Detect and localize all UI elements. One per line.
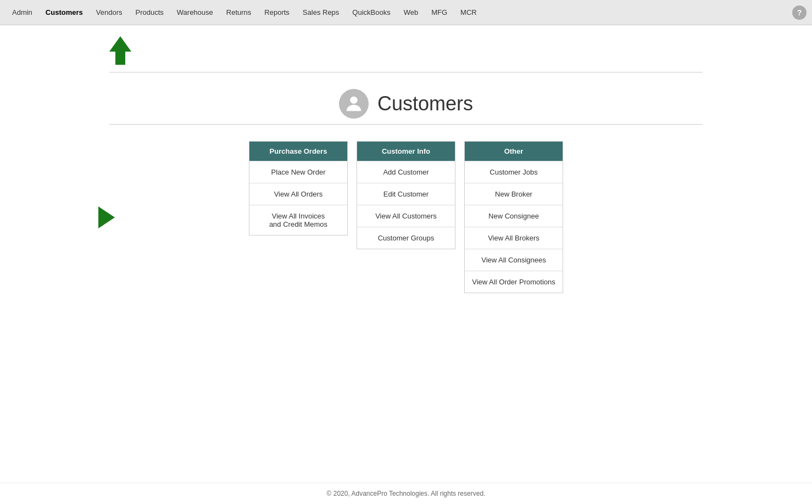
nav-item-quickbooks[interactable]: QuickBooks xyxy=(346,0,397,25)
footer: © 2020, AdvancePro Technologies. All rig… xyxy=(0,483,812,504)
customer-jobs-item[interactable]: Customer Jobs xyxy=(465,161,563,183)
customer-info-column: Customer Info Add Customer Edit Customer… xyxy=(357,141,455,249)
nav-item-warehouse[interactable]: Warehouse xyxy=(170,0,220,25)
view-all-invoices-item[interactable]: View All Invoicesand Credit Memos xyxy=(249,205,347,235)
new-consignee-item[interactable]: New Consignee xyxy=(465,205,563,227)
customer-info-header: Customer Info xyxy=(357,142,455,161)
nav-item-products[interactable]: Products xyxy=(129,0,170,25)
top-divider xyxy=(109,72,703,72)
view-all-customers-item[interactable]: View All Customers xyxy=(357,205,455,227)
nav-item-customers[interactable]: Customers xyxy=(39,0,90,25)
new-broker-item[interactable]: New Broker xyxy=(465,183,563,205)
other-header: Other xyxy=(465,142,563,161)
view-all-brokers-item[interactable]: View All Brokers xyxy=(465,227,563,249)
customers-icon xyxy=(339,89,369,119)
up-arrow-icon xyxy=(109,36,131,65)
right-arrow-icon xyxy=(98,206,115,228)
page-header: Customers xyxy=(109,89,703,119)
place-new-order-item[interactable]: Place New Order xyxy=(249,161,347,183)
nav-item-web[interactable]: Web xyxy=(397,0,425,25)
view-all-consignees-item[interactable]: View All Consignees xyxy=(465,249,563,271)
other-column: Other Customer Jobs New Broker New Consi… xyxy=(464,141,563,293)
page-title: Customers xyxy=(377,92,473,115)
edit-customer-item[interactable]: Edit Customer xyxy=(357,183,455,205)
footer-text: © 2020, AdvancePro Technologies. All rig… xyxy=(327,490,486,497)
help-button[interactable]: ? xyxy=(792,5,807,20)
view-all-orders-item[interactable]: View All Orders xyxy=(249,183,347,205)
view-all-order-promotions-item[interactable]: View All Order Promotions xyxy=(465,271,563,293)
nav-item-mfg[interactable]: MFG xyxy=(425,0,454,25)
nav-item-sales-reps[interactable]: Sales Reps xyxy=(296,0,346,25)
svg-point-0 xyxy=(350,97,357,104)
nav-item-returns[interactable]: Returns xyxy=(220,0,258,25)
nav-item-mcr[interactable]: MCR xyxy=(454,0,483,25)
customer-groups-item[interactable]: Customer Groups xyxy=(357,227,455,249)
purchase-orders-header: Purchase Orders xyxy=(249,142,347,161)
columns-container: Purchase Orders Place New Order View All… xyxy=(249,141,563,293)
nav-item-vendors[interactable]: Vendors xyxy=(90,0,129,25)
nav-item-admin[interactable]: Admin xyxy=(5,0,39,25)
nav-item-reports[interactable]: Reports xyxy=(258,0,296,25)
navbar: AdminCustomersVendorsProductsWarehouseRe… xyxy=(0,0,812,25)
purchase-orders-column: Purchase Orders Place New Order View All… xyxy=(249,141,348,236)
add-customer-item[interactable]: Add Customer xyxy=(357,161,455,183)
header-divider xyxy=(109,124,703,125)
main-content: Customers Purchase Orders Place New Orde… xyxy=(76,25,736,304)
